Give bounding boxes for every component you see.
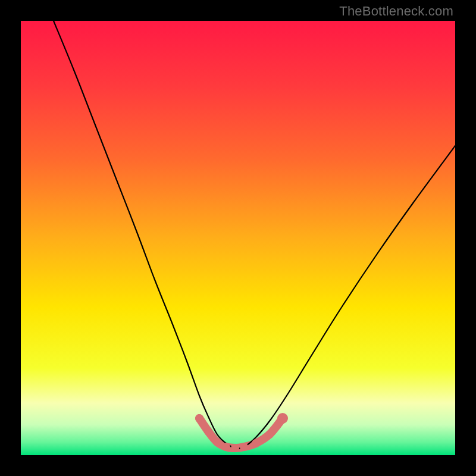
trough-dot	[213, 438, 221, 446]
trough-dot	[277, 413, 288, 424]
trough-dot	[195, 414, 203, 422]
trough-dot	[265, 430, 274, 439]
curve-layer	[21, 21, 455, 455]
trough-dot	[252, 439, 260, 447]
plot-area	[21, 21, 455, 455]
trough-dot	[231, 444, 239, 452]
watermark-text: TheBottleneck.com	[339, 4, 453, 19]
trough-dot	[222, 443, 230, 451]
trough-dot	[204, 427, 212, 436]
bottleneck-curve	[54, 21, 455, 449]
trough-dot	[240, 443, 248, 451]
chart-frame: TheBottleneck.com	[0, 0, 476, 476]
